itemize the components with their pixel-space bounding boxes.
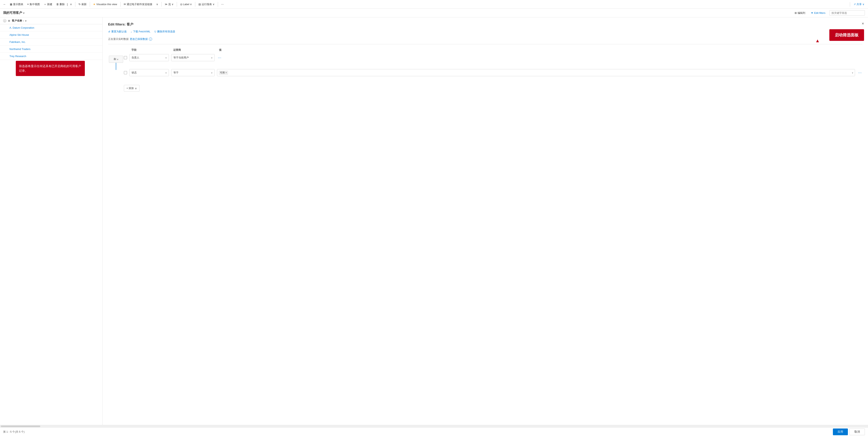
realtime-text: 正在显示实时数据 — [108, 37, 129, 41]
refresh-label: 刷新 — [82, 3, 87, 6]
col-header-name[interactable]: 客户名称 ↑ ∨ — [12, 19, 26, 23]
edit-filters-button[interactable]: ▼ Edit filters — [809, 10, 827, 16]
list-item-name[interactable]: A. Datum Corporation — [9, 26, 34, 29]
email-link-button[interactable]: ✉ 通过电子邮件发送链接 — [122, 2, 154, 7]
filter-operator-label-2: 等于 — [174, 71, 179, 75]
trash-icon: 🗑 — [56, 3, 59, 6]
list-item[interactable]: A. Datum Corporation — [0, 24, 102, 31]
chevron-down-report-icon: ∨ — [213, 3, 215, 6]
filter-value-select-2[interactable]: 可用 × ∨ — [217, 69, 855, 76]
filter-field-select-2[interactable]: 状态 ∨ — [129, 69, 169, 76]
chevron-down-op-1-icon: ∨ — [211, 57, 213, 59]
list-item-name[interactable]: Alpine Ski House — [9, 33, 29, 36]
download-icon: ↓ — [131, 30, 132, 33]
toolbar-divider-1 — [75, 2, 75, 7]
label-label: Label — [183, 3, 189, 6]
label-button[interactable]: ◎ Label ∨ — [179, 2, 194, 7]
chevron-down-connector-icon: ∨ — [117, 58, 118, 60]
visualize-button[interactable]: ★ Visualize this view — [92, 2, 119, 7]
filter-icon: ▼ — [811, 11, 813, 14]
plus-icon: ＋ — [44, 3, 46, 6]
chevron-down-op-2-icon: ∨ — [211, 72, 213, 74]
list-icon: ≡ — [27, 3, 29, 6]
view-title[interactable]: 我的可用客户 ∨ — [3, 11, 25, 15]
edit-columns-label: 编辑列 — [798, 11, 805, 15]
list-item[interactable]: Alpine Ski House — [0, 31, 102, 38]
filter-operator-select-1[interactable]: 等于当前用户 ∨ — [171, 54, 215, 61]
value-tag-close[interactable]: × — [225, 71, 227, 74]
bottom-actions: 应用 取消 — [833, 429, 865, 435]
header-checkbox[interactable]: ○ — [3, 19, 6, 22]
filter-more-button-2[interactable]: ⋯ — [857, 70, 863, 76]
filter-field-label-1: 负责人 — [131, 56, 139, 59]
email-label: 通过电子邮件发送链接 — [127, 3, 152, 6]
filter-field-select-1[interactable]: 负责人 ∨ — [129, 54, 169, 61]
connector-dropdown[interactable]: 和 ∨ — [109, 56, 123, 63]
list-item-name[interactable]: Fabrikam, Inc. — [9, 40, 26, 43]
share-button[interactable]: ↗ 共享 ∨ — [851, 2, 866, 7]
refresh-button[interactable]: ↻ 刷新 — [77, 2, 88, 7]
chevron-down-field-2-icon: ∨ — [165, 72, 167, 74]
value-col-header: 值 — [219, 48, 863, 52]
view-header-right: ⊞ 编辑列 ▼ Edit filters — [793, 10, 865, 16]
reset-icon: ↺ — [108, 30, 110, 33]
info-icon[interactable]: i — [149, 37, 152, 41]
star-icon: ★ — [93, 3, 95, 6]
chart-icon: ▦ — [10, 3, 12, 6]
delete-button[interactable]: 🗑 删除 — [55, 2, 66, 7]
flow-button[interactable]: ≫ 流 ∨ — [163, 2, 175, 7]
filter-operator-label-1: 等于当前用户 — [174, 56, 189, 59]
chevron-down-flow-icon: ∨ — [172, 3, 174, 6]
panel-close-button[interactable]: × — [862, 21, 864, 26]
email-expand-button[interactable]: ∨ — [155, 2, 160, 7]
value-tag-text: 可用 — [220, 71, 225, 75]
apply-button[interactable]: 应用 — [833, 429, 848, 435]
chevron-down-label-icon: ∨ — [190, 3, 192, 6]
reset-default-button[interactable]: ↺ 重置为默认值 — [108, 30, 127, 33]
edit-filters-label: Edit filters — [814, 11, 826, 14]
main-area: ○ ⊕ 客户名称 ↑ ∨ A. Datum Corporation Alpine… — [0, 18, 868, 425]
list-item-name[interactable]: Northwind Traders — [9, 48, 30, 51]
filter-checkbox-2[interactable] — [124, 71, 127, 74]
display-chart-button[interactable]: ▦ 显示图表 — [8, 2, 25, 7]
value-tag: 可用 × — [219, 71, 228, 75]
toolbar: ← ▦ 显示图表 ≡ 集中视图 ＋ 新建 🗑 删除 | ∨ ↻ 刷新 ★ Vis… — [0, 0, 868, 9]
focus-view-label: 集中视图 — [30, 3, 40, 6]
add-filter-area: + 添加 ∨ — [108, 85, 863, 92]
focus-view-button[interactable]: ≡ 集中视图 — [26, 2, 41, 7]
filter-operator-select-2[interactable]: 等于 ∨ — [171, 69, 215, 76]
run-report-button[interactable]: ▤ 运行报表 ∨ — [197, 2, 216, 7]
expand-button[interactable]: ∨ — [68, 2, 73, 7]
filter-checkbox-1[interactable] — [124, 56, 127, 59]
sort-icon: ↑ — [23, 19, 24, 22]
left-callout-text: 筛选器将显示任何还具有已开启商机的可用客户记录。 — [19, 64, 81, 72]
list-item[interactable]: Fabrikam, Inc. — [0, 38, 102, 46]
list-item[interactable]: Northwind Traders — [0, 46, 102, 53]
scrollbar-track[interactable] — [1, 426, 40, 427]
new-button[interactable]: ＋ 新建 — [42, 2, 54, 7]
toolbar-divider-8 — [850, 2, 850, 7]
reset-label: 重置为默认值 — [111, 30, 127, 33]
edit-columns-button[interactable]: ⊞ 编辑列 — [793, 10, 807, 16]
delete-all-filters-button[interactable]: ▽ 删除所有筛选器 — [154, 30, 175, 33]
back-button[interactable]: ← — [2, 2, 7, 7]
download-fetchxml-button[interactable]: ↓ 下载 FetchXML — [131, 30, 150, 33]
divider-1: | — [67, 3, 68, 6]
realtime-link[interactable]: 更改已保留数据 — [130, 37, 148, 41]
add-filter-button[interactable]: + 添加 ∨ — [124, 85, 140, 92]
view-title-text: 我的可用客户 — [3, 11, 22, 15]
more-button[interactable]: ⋯ — [220, 2, 225, 7]
email-icon: ✉ — [124, 3, 126, 6]
label-icon: ◎ — [180, 3, 182, 6]
apply-label: 应用 — [838, 430, 843, 433]
filter-panel-wrapper: 启动筛选面板 ▲ Edit filters: 客户 ↺ 重置为默认值 ↓ 下载 … — [102, 18, 868, 425]
list-item-name[interactable]: Trey Research — [9, 55, 26, 58]
list-header: ○ ⊕ 客户名称 ↑ ∨ — [0, 18, 102, 24]
filter-field-label-2: 状态 — [131, 71, 137, 75]
keyword-search-input[interactable] — [829, 10, 865, 16]
new-label: 新建 — [47, 3, 52, 6]
list-item[interactable]: Trey Research — [0, 53, 102, 60]
cancel-button[interactable]: 取消 — [849, 429, 865, 435]
filter-more-button-1[interactable]: ⋯ — [217, 55, 222, 61]
view-header: 我的可用客户 ∨ ⊞ 编辑列 ▼ Edit filters — [0, 9, 868, 18]
